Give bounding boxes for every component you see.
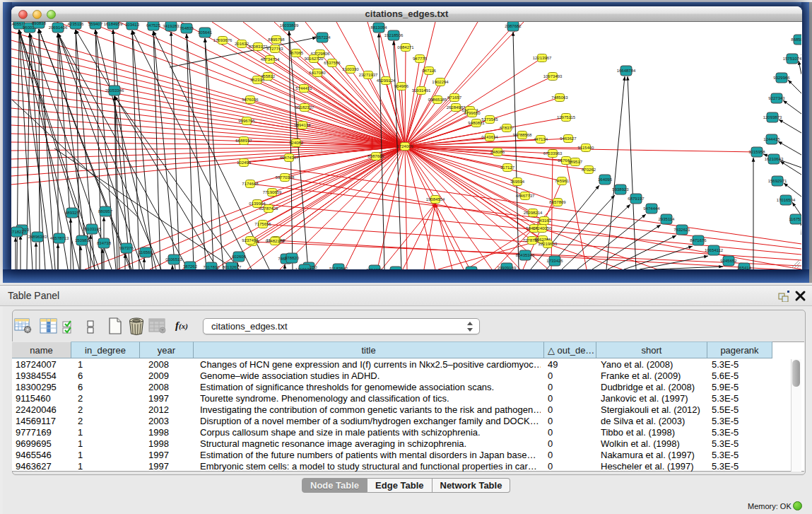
svg-text:559407: 559407 [88, 22, 103, 26]
svg-text:524082: 524082 [289, 141, 304, 145]
svg-text:102499: 102499 [237, 160, 252, 165]
svg-text:16210643: 16210643 [765, 157, 784, 161]
svg-text:11718227: 11718227 [11, 230, 27, 234]
svg-text:20691406: 20691406 [49, 25, 68, 30]
svg-text:745961: 745961 [555, 179, 570, 183]
svg-text:248086: 248086 [490, 150, 505, 154]
svg-text:17693676: 17693676 [213, 38, 233, 42]
svg-text:5744431: 5744431 [295, 86, 312, 90]
svg-text:3215958: 3215958 [748, 150, 765, 154]
svg-text:362316: 362316 [250, 78, 265, 82]
svg-text:8895798: 8895798 [268, 37, 285, 42]
svg-text:07482175: 07482175 [266, 239, 285, 243]
svg-text:8685014: 8685014 [791, 37, 801, 42]
svg-text:317127: 317127 [500, 165, 515, 170]
svg-text:16033809: 16033809 [280, 23, 299, 28]
svg-text:904966: 904966 [394, 84, 409, 88]
svg-text:602606: 602606 [232, 255, 247, 259]
svg-text:46474367: 46474367 [280, 156, 299, 160]
svg-text:85435346: 85435346 [516, 253, 535, 257]
svg-text:387262: 387262 [183, 264, 198, 269]
svg-text:647525: 647525 [146, 23, 161, 28]
svg-text:8471676: 8471676 [690, 238, 707, 243]
svg-text:289517: 289517 [568, 160, 583, 164]
svg-text:8727743: 8727743 [266, 47, 283, 51]
svg-text:9096705: 9096705 [238, 119, 255, 123]
svg-text:150983: 150983 [75, 238, 90, 243]
svg-text:1733426: 1733426 [546, 259, 563, 263]
svg-text:116753: 116753 [789, 217, 801, 221]
svg-text:764835: 764835 [180, 26, 194, 30]
svg-text:80132677: 80132677 [223, 265, 242, 269]
svg-text:1724009: 1724009 [396, 144, 413, 148]
svg-text:02787429: 02787429 [259, 206, 278, 211]
svg-text:48467737: 48467737 [516, 194, 535, 198]
svg-text:890838: 890838 [32, 22, 47, 25]
svg-text:834738: 834738 [97, 241, 112, 245]
svg-text:17016504: 17016504 [777, 198, 796, 202]
svg-text:3100330: 3100330 [342, 67, 359, 71]
svg-text:16184959: 16184959 [104, 22, 123, 26]
svg-text:23271937: 23271937 [359, 73, 378, 77]
svg-text:19384554: 19384554 [426, 197, 445, 201]
svg-text:103413: 103413 [125, 23, 140, 27]
svg-text:7357224: 7357224 [314, 35, 331, 40]
svg-text:9894134: 9894134 [294, 123, 311, 127]
svg-text:1244415: 1244415 [763, 137, 780, 141]
svg-text:0143634: 0143634 [481, 135, 498, 139]
svg-text:201632: 201632 [235, 42, 249, 46]
svg-text:7175655: 7175655 [254, 222, 271, 226]
svg-text:5876036: 5876036 [242, 98, 259, 102]
svg-text:6688937: 6688937 [235, 139, 252, 143]
svg-text:7632621: 7632621 [673, 228, 690, 232]
svg-text:7485063: 7485063 [551, 95, 568, 100]
svg-text:8087603: 8087603 [367, 154, 384, 158]
svg-text:7317810: 7317810 [203, 265, 220, 269]
svg-text:8813054: 8813054 [370, 25, 387, 30]
svg-text:9474444: 9474444 [643, 206, 660, 211]
svg-text:047116: 047116 [422, 69, 436, 73]
svg-text:24896383: 24896383 [28, 235, 47, 239]
svg-text:947775: 947775 [413, 57, 428, 61]
svg-text:0084271: 0084271 [397, 45, 414, 49]
svg-text:978820: 978820 [285, 256, 300, 260]
svg-text:22219693: 22219693 [539, 242, 558, 246]
svg-text:3799650: 3799650 [464, 111, 481, 115]
svg-text:10654112: 10654112 [705, 248, 724, 252]
svg-text:16648784: 16648784 [617, 69, 636, 73]
svg-text:8657809: 8657809 [549, 200, 566, 204]
svg-text:12191361: 12191361 [295, 267, 314, 269]
svg-text:369594: 369594 [510, 180, 525, 184]
svg-text:30103105: 30103105 [83, 227, 102, 231]
svg-text:90162720: 90162720 [305, 57, 324, 61]
svg-text:15692971: 15692971 [768, 179, 787, 183]
svg-text:880957: 880957 [98, 209, 113, 214]
svg-text:343161: 343161 [537, 218, 552, 223]
svg-text:671657: 671657 [447, 95, 462, 100]
svg-text:15751074: 15751074 [783, 57, 801, 61]
svg-text:46578713: 46578713 [50, 236, 69, 240]
svg-text:870262: 870262 [582, 168, 596, 172]
svg-text:59770348: 59770348 [276, 175, 295, 180]
svg-text:5938923: 5938923 [612, 187, 629, 192]
svg-text:05865185: 05865185 [428, 98, 447, 102]
svg-text:9329966: 9329966 [773, 76, 790, 80]
svg-text:48734714: 48734714 [261, 57, 280, 62]
svg-text:12093873: 12093873 [763, 115, 782, 119]
svg-text:31931491: 31931491 [412, 88, 431, 93]
svg-text:305641: 305641 [198, 30, 213, 35]
svg-text:9237474: 9237474 [242, 238, 259, 243]
svg-text:3419283: 3419283 [163, 24, 180, 28]
svg-text:7174648: 7174648 [242, 182, 259, 186]
svg-text:9115400: 9115400 [578, 146, 595, 150]
svg-text:91183842: 91183842 [329, 267, 348, 269]
svg-text:4235116: 4235116 [68, 22, 85, 26]
svg-text:6879197: 6879197 [628, 197, 645, 201]
svg-text:365414: 365414 [737, 266, 752, 269]
svg-text:35182337: 35182337 [295, 105, 314, 110]
svg-text:489325: 489325 [65, 211, 80, 215]
svg-text:2087682: 2087682 [505, 24, 522, 28]
svg-text:67533963: 67533963 [543, 151, 563, 156]
svg-text:12975115: 12975115 [557, 115, 576, 119]
svg-text:2935114: 2935114 [659, 217, 676, 221]
